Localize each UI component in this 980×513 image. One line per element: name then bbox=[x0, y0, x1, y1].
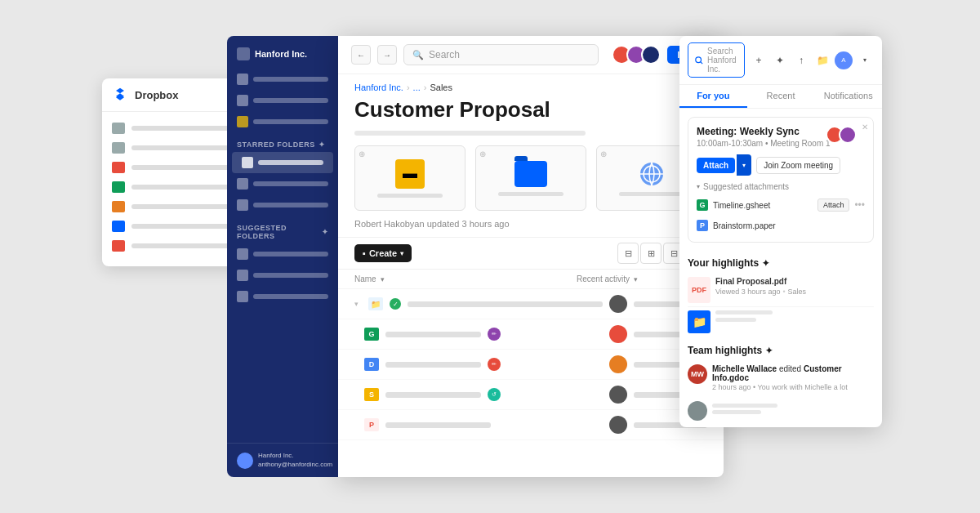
table-row[interactable]: P bbox=[338, 410, 724, 440]
sidebar-suggested-item1[interactable] bbox=[227, 243, 338, 265]
team-highlights-title: Team highlights ✦ bbox=[688, 345, 874, 356]
proposal-label-bar bbox=[258, 160, 323, 165]
chevron-down-icon[interactable]: ▾ bbox=[856, 51, 874, 69]
breadcrumb-sep2: › bbox=[424, 83, 427, 92]
search-input[interactable]: Search bbox=[429, 49, 460, 60]
file-previews: ⊕ ▬ ⊕ ⊕ bbox=[338, 145, 724, 219]
zoom-join-button[interactable]: Join Zoom meeting bbox=[756, 157, 840, 174]
expand-suggested-icon: ▾ bbox=[697, 183, 700, 190]
highlight-info-2 bbox=[715, 310, 874, 322]
pdf-highlight-icon: PDF bbox=[688, 277, 710, 303]
expand-icon: ▾ bbox=[354, 300, 359, 308]
view-grid-button[interactable]: ⊞ bbox=[640, 243, 662, 264]
folder3-bar bbox=[253, 203, 328, 207]
check-badge: ✓ bbox=[390, 298, 401, 310]
folder-icon bbox=[112, 123, 125, 134]
sidebar-item-recents[interactable] bbox=[227, 90, 338, 111]
subtitle-placeholder bbox=[354, 131, 586, 136]
tab-recent[interactable]: Recent bbox=[747, 85, 815, 108]
create-button[interactable]: ▪ Create ▾ bbox=[354, 244, 412, 262]
ai-button[interactable]: ✦ bbox=[771, 51, 789, 69]
more-options-icon[interactable]: ••• bbox=[854, 199, 865, 211]
breadcrumb-current: Sales bbox=[430, 83, 452, 92]
table-row[interactable]: ▾ 📁 ✓ bbox=[338, 289, 724, 319]
starred-icon bbox=[237, 116, 248, 127]
sidebar-item-starred[interactable] bbox=[227, 111, 338, 132]
link-icon bbox=[112, 221, 125, 232]
tab-notifications[interactable]: Notifications bbox=[814, 85, 882, 108]
right-user-avatar[interactable]: A bbox=[835, 51, 853, 69]
highlight-item-2[interactable]: 📁 bbox=[688, 307, 874, 337]
right-panel-header: Search Hanford Inc. + ✦ ↑ 📁 A ▾ bbox=[679, 36, 882, 85]
sidebar-item-folder3[interactable] bbox=[227, 194, 338, 216]
preview-card-1[interactable]: ⊕ ▬ bbox=[354, 145, 466, 211]
folder-button[interactable]: 📁 bbox=[813, 51, 831, 69]
sidebar-suggested-item2[interactable] bbox=[227, 265, 338, 286]
corner-icon-1: ⊕ bbox=[359, 149, 365, 158]
suggested3-bar bbox=[253, 294, 328, 299]
row-user-avatar bbox=[609, 295, 627, 313]
forward-button[interactable]: → bbox=[377, 45, 397, 65]
sidebar-item-files[interactable] bbox=[227, 69, 338, 90]
highlight-item-1[interactable]: PDF Final Proposal.pdf Viewed 3 hours ag… bbox=[688, 274, 874, 307]
sidebar-item-folder2[interactable] bbox=[227, 173, 338, 194]
table-row[interactable]: S ↺ bbox=[338, 380, 724, 410]
sidebar-item-customer-proposal[interactable] bbox=[232, 152, 333, 173]
col-name-header: Name ▾ bbox=[354, 274, 577, 283]
recents-icon bbox=[237, 95, 248, 106]
attach-label: Attach bbox=[703, 161, 728, 170]
table-row[interactable]: G ✏ bbox=[338, 319, 724, 350]
main-toolbar: ← → 🔍 Search Invite bbox=[338, 36, 724, 74]
suggested2-bar bbox=[253, 273, 328, 278]
team-member-avatar-1: MW bbox=[688, 364, 707, 384]
folder-row-icon: 📁 bbox=[368, 297, 383, 310]
meeting-close-button[interactable]: ✕ bbox=[862, 123, 868, 132]
breadcrumb-ellipsis[interactable]: ... bbox=[413, 83, 421, 92]
breadcrumb-org[interactable]: Hanford Inc. bbox=[354, 83, 403, 92]
pdf-icon bbox=[112, 162, 125, 173]
sidebar-footer: Hanford Inc. anthony@hanfordinc.com bbox=[227, 443, 338, 477]
suggested-filename-1: Timeline.gsheet bbox=[713, 201, 813, 210]
team-name-bar bbox=[712, 404, 777, 408]
recents-label-bar bbox=[253, 98, 328, 103]
back-button[interactable]: ← bbox=[351, 45, 371, 65]
right-search-box[interactable]: Search Hanford Inc. bbox=[688, 42, 745, 78]
paper-icon: P bbox=[697, 220, 708, 231]
meeting-participant-2 bbox=[839, 126, 857, 144]
team-member-name: Michelle Wallace bbox=[712, 364, 777, 373]
right-search-input[interactable]: Search Hanford Inc. bbox=[707, 47, 737, 74]
sort-icon: ▾ bbox=[381, 275, 385, 283]
sidebar-panel: Hanford Inc. Starred folders ✦ Suggested… bbox=[227, 36, 338, 477]
row-user-avatar-2 bbox=[609, 325, 627, 343]
row-name-bar-5 bbox=[385, 422, 491, 428]
highlight-meta-1: Viewed 3 hours ago • Sales bbox=[715, 288, 874, 296]
sidebar-header: Hanford Inc. bbox=[227, 36, 338, 69]
right-panel-icons: + ✦ ↑ 📁 A ▾ bbox=[750, 51, 874, 69]
files-icon bbox=[237, 74, 248, 85]
row-user-avatar-3 bbox=[609, 355, 627, 373]
sheet-icon bbox=[112, 181, 125, 193]
team-highlights-section: Team highlights ✦ MW Michelle Wallace ed… bbox=[679, 340, 882, 427]
doc-icon bbox=[112, 201, 125, 212]
upload-button[interactable]: ↑ bbox=[792, 51, 810, 69]
highlights-ai-icon: ✦ bbox=[762, 258, 769, 269]
view-timeline-button[interactable]: ⊟ bbox=[617, 243, 639, 264]
suggested-attach-button-1[interactable]: Attach bbox=[817, 199, 850, 212]
page-title: Customer Proposal bbox=[338, 96, 724, 131]
file-list: ▾ 📁 ✓ G ✏ D ✏ S ↺ bbox=[338, 289, 724, 440]
sidebar-footer-name: Hanford Inc. bbox=[258, 452, 332, 460]
sidebar-suggested-item3[interactable] bbox=[227, 286, 338, 307]
preview-bar-3 bbox=[619, 192, 684, 196]
suggested3-icon bbox=[237, 291, 248, 302]
avatar-group bbox=[612, 45, 661, 65]
attach-dropdown-button[interactable]: ▾ bbox=[737, 154, 751, 176]
search-box[interactable]: 🔍 Search bbox=[403, 44, 599, 65]
table-row[interactable]: D ✏ bbox=[338, 350, 724, 380]
attach-button[interactable]: Attach bbox=[697, 158, 735, 173]
add-button[interactable]: + bbox=[750, 51, 768, 69]
tab-for-you[interactable]: For you bbox=[679, 85, 747, 108]
team-item-2[interactable] bbox=[688, 398, 874, 424]
team-item-1[interactable]: MW Michelle Wallace edited Customer Info… bbox=[688, 361, 874, 395]
meeting-avatars bbox=[826, 126, 857, 144]
preview-card-2[interactable]: ⊕ bbox=[475, 145, 586, 211]
